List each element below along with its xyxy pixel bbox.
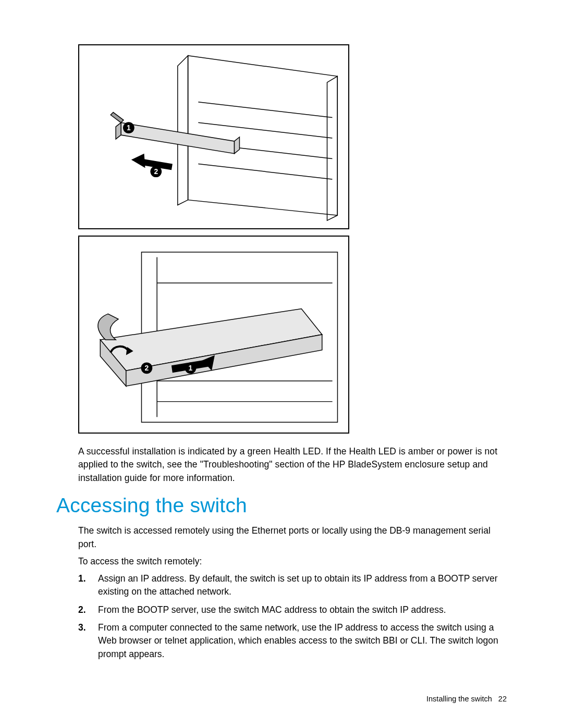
svg-text:2: 2 [145, 364, 149, 372]
svg-marker-11 [131, 154, 145, 168]
step-item: 1. Assign an IP address. By default, the… [78, 572, 507, 599]
document-page: 1 2 [0, 0, 563, 728]
svg-text:1: 1 [189, 364, 193, 372]
step-number: 3. [78, 621, 86, 634]
illustration-top: 1 2 [79, 45, 348, 228]
paragraph-installation-result: A successful installation is indicated b… [78, 445, 507, 485]
svg-marker-2 [327, 76, 338, 220]
paragraph-intro: The switch is accessed remotely using th… [78, 524, 507, 551]
svg-line-3 [198, 102, 332, 118]
svg-marker-0 [188, 56, 338, 216]
step-number: 2. [78, 603, 86, 616]
paragraph-lead-in: To access the switch remotely: [78, 556, 507, 567]
figure-bottom-insert-module: 2 1 [78, 236, 349, 434]
illustration-bottom: 2 1 [79, 237, 348, 433]
svg-text:2: 2 [154, 167, 158, 176]
step-item: 3. From a computer connected to the same… [78, 621, 507, 661]
ordered-steps: 1. Assign an IP address. By default, the… [78, 572, 507, 661]
step-item: 2. From the BOOTP server, use the switch… [78, 603, 507, 616]
svg-marker-1 [178, 56, 188, 205]
step-text: From the BOOTP server, use the switch MA… [98, 604, 446, 615]
figure-top-remove-module: 1 2 [78, 44, 349, 229]
svg-marker-8 [116, 122, 121, 139]
footer-page-number: 22 [498, 695, 507, 703]
step-number: 1. [78, 572, 86, 585]
svg-line-6 [198, 164, 332, 179]
heading-accessing-switch: Accessing the switch [56, 494, 507, 517]
footer-section: Installing the switch [426, 695, 492, 703]
svg-line-4 [198, 122, 332, 138]
svg-marker-9 [235, 137, 240, 154]
page-footer: Installing the switch 22 [426, 695, 507, 703]
step-text: Assign an IP address. By default, the sw… [98, 573, 497, 597]
svg-text:1: 1 [127, 124, 131, 132]
step-text: From a computer connected to the same ne… [98, 622, 498, 659]
